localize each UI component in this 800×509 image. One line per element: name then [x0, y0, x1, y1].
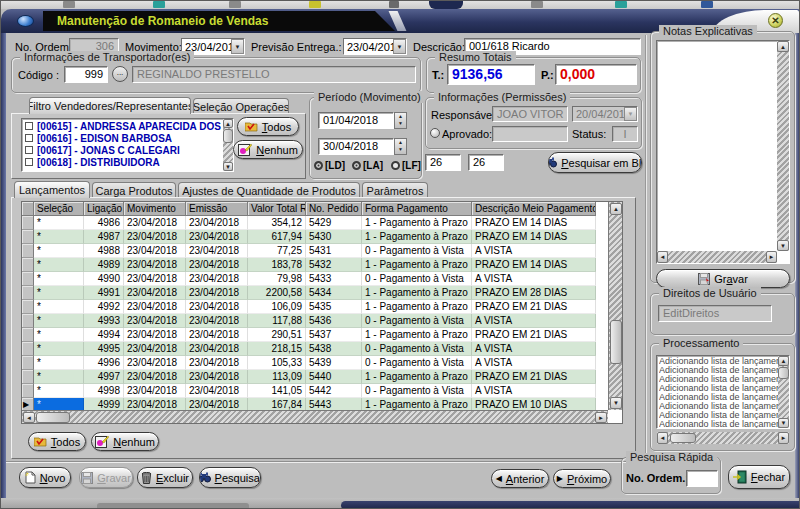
- cell-movimento[interactable]: 23/04/2018: [124, 356, 186, 370]
- checkbox[interactable]: [25, 134, 33, 142]
- flag-toggle[interactable]: [LF]: [391, 160, 421, 171]
- cell-movimento[interactable]: 23/04/2018: [124, 230, 186, 244]
- table-row[interactable]: *499723/04/201823/04/2018113,0954401 - P…: [22, 370, 608, 384]
- cell-forma[interactable]: 0 - Pagamento à Vista: [362, 314, 472, 328]
- list-item[interactable]: [00618] - DISTRIBUIDORA: [23, 156, 232, 168]
- cell-descricao[interactable]: PRAZO EM 21 DIAS: [472, 328, 596, 342]
- processamento-horizontal-scrollbar[interactable]: ◄ ►: [657, 432, 789, 444]
- excluir-button[interactable]: Excluir: [137, 467, 193, 488]
- cell-selecao[interactable]: *: [34, 286, 84, 300]
- cell-emissao[interactable]: 23/04/2018: [186, 370, 248, 384]
- cell-descricao[interactable]: PRAZO EM 21 DIAS: [472, 300, 596, 314]
- processamento-listbox[interactable]: Adicionando lista de lançamentAdicionand…: [656, 355, 790, 429]
- cell-pedido[interactable]: 5432: [306, 258, 362, 272]
- column-header[interactable]: Descrição Meio Pagamento: [472, 202, 596, 216]
- cell-descricao[interactable]: A VISTA: [472, 384, 596, 398]
- cell-ligacao[interactable]: 4991: [84, 286, 124, 300]
- table-row[interactable]: *499023/04/201823/04/201879,9854330 - Pa…: [22, 272, 608, 286]
- cell-selecao[interactable]: *: [34, 384, 84, 398]
- table-row[interactable]: *498623/04/201823/04/2018354,1254291 - P…: [22, 216, 608, 230]
- cell-emissao[interactable]: 23/04/2018: [186, 216, 248, 230]
- scroll-left-icon[interactable]: ◄: [23, 412, 35, 423]
- chevron-down-icon[interactable]: ▼: [231, 39, 244, 54]
- scroll-left-icon[interactable]: ◄: [657, 432, 668, 444]
- column-header[interactable]: Emissão: [186, 202, 248, 216]
- cell-valor[interactable]: 617,94: [248, 230, 306, 244]
- cell-descricao[interactable]: A VISTA: [472, 272, 596, 286]
- list-item[interactable]: [00617] - JONAS C CALEGARI: [23, 144, 232, 156]
- cell-valor[interactable]: 354,12: [248, 216, 306, 230]
- cell-ligacao[interactable]: 4986: [84, 216, 124, 230]
- notas-vertical-scrollbar[interactable]: ▲ ▼: [777, 41, 789, 251]
- cell-valor[interactable]: 117,88: [248, 314, 306, 328]
- cell-selecao[interactable]: *: [34, 342, 84, 356]
- cell-selecao[interactable]: *: [34, 370, 84, 384]
- table-row[interactable]: *499623/04/201823/04/2018105,3354390 - P…: [22, 356, 608, 370]
- column-header[interactable]: Forma Pagamento: [362, 202, 472, 216]
- cell-forma[interactable]: 0 - Pagamento à Vista: [362, 356, 472, 370]
- cell-selecao[interactable]: *: [34, 356, 84, 370]
- cell-valor[interactable]: 105,33: [248, 356, 306, 370]
- cell-forma[interactable]: 1 - Pagamento à Prazo: [362, 216, 472, 230]
- cell-selecao[interactable]: *: [34, 230, 84, 244]
- cell-ligacao[interactable]: 4995: [84, 342, 124, 356]
- cell-pedido[interactable]: 5437: [306, 328, 362, 342]
- cell-pedido[interactable]: 5435: [306, 300, 362, 314]
- cell-movimento[interactable]: 23/04/2018: [124, 216, 186, 230]
- cell-valor[interactable]: 79,98: [248, 272, 306, 286]
- pesquisar-bd-button[interactable]: Pesquisar em BD: [548, 152, 642, 173]
- cell-ligacao[interactable]: 4999: [84, 398, 124, 410]
- cell-descricao[interactable]: PRAZO EM 14 DIAS: [472, 258, 596, 272]
- cell-selecao[interactable]: *: [34, 300, 84, 314]
- cell-ligacao[interactable]: 4990: [84, 272, 124, 286]
- cell-forma[interactable]: 0 - Pagamento à Vista: [362, 342, 472, 356]
- table-row[interactable]: *499323/04/201823/04/2018117,8854360 - P…: [22, 314, 608, 328]
- grid-vertical-scrollbar[interactable]: ▲ ▼: [608, 202, 622, 410]
- scroll-up-icon[interactable]: ▲: [778, 356, 789, 366]
- column-header[interactable]: Seleção: [34, 202, 84, 216]
- tab-lancamentos[interactable]: Lançamentos: [14, 181, 90, 198]
- vendedores-listbox[interactable]: [00615] - ANDRESSA APARECIDA DOS SA[0061…: [21, 118, 234, 172]
- column-header[interactable]: Ligação: [84, 202, 124, 216]
- cell-pedido[interactable]: 5443: [306, 398, 362, 410]
- cell-movimento[interactable]: 23/04/2018: [124, 300, 186, 314]
- table-row[interactable]: *499523/04/201823/04/2018218,1554380 - P…: [22, 342, 608, 356]
- aprovado-radio[interactable]: [430, 128, 440, 138]
- cell-movimento[interactable]: 23/04/2018: [124, 272, 186, 286]
- cell-ligacao[interactable]: 4998: [84, 384, 124, 398]
- cell-emissao[interactable]: 23/04/2018: [186, 314, 248, 328]
- cell-forma[interactable]: 1 - Pagamento à Prazo: [362, 286, 472, 300]
- cell-emissao[interactable]: 23/04/2018: [186, 356, 248, 370]
- cell-ligacao[interactable]: 4993: [84, 314, 124, 328]
- cell-emissao[interactable]: 23/04/2018: [186, 272, 248, 286]
- checkbox[interactable]: [25, 146, 33, 154]
- chevron-down-icon[interactable]: ▼: [393, 39, 406, 54]
- cell-forma[interactable]: 1 - Pagamento à Prazo: [362, 370, 472, 384]
- notas-gravar-button[interactable]: Gravar: [656, 269, 790, 288]
- cell-pedido[interactable]: 5440: [306, 370, 362, 384]
- cell-descricao[interactable]: A VISTA: [472, 356, 596, 370]
- cell-selecao[interactable]: *: [34, 398, 84, 410]
- cell-descricao[interactable]: PRAZO EM 14 DIAS: [472, 216, 596, 230]
- cell-descricao[interactable]: A VISTA: [472, 244, 596, 258]
- cell-valor[interactable]: 141,05: [248, 384, 306, 398]
- cell-descricao[interactable]: PRAZO EM 21 DIAS: [472, 370, 596, 384]
- cell-pedido[interactable]: 5429: [306, 216, 362, 230]
- cell-selecao[interactable]: *: [34, 216, 84, 230]
- grid-todos-button[interactable]: Todos: [28, 432, 86, 451]
- tab-carga-produtos[interactable]: Carga Produtos: [92, 182, 176, 198]
- contador-2-input[interactable]: 26: [468, 154, 504, 171]
- cell-forma[interactable]: 1 - Pagamento à Prazo: [362, 258, 472, 272]
- cell-valor[interactable]: 290,51: [248, 328, 306, 342]
- cell-forma[interactable]: 1 - Pagamento à Prazo: [362, 328, 472, 342]
- table-row[interactable]: *499423/04/201823/04/2018290,5154371 - P…: [22, 328, 608, 342]
- scrollbar-thumb[interactable]: [223, 129, 233, 143]
- checked-radio-icon[interactable]: [352, 161, 361, 170]
- data-inicial-spinner[interactable]: ▲▼: [394, 112, 407, 129]
- cell-forma[interactable]: 0 - Pagamento à Vista: [362, 244, 472, 258]
- cell-ligacao[interactable]: 4989: [84, 258, 124, 272]
- cell-ligacao[interactable]: 4996: [84, 356, 124, 370]
- cell-movimento[interactable]: 23/04/2018: [124, 342, 186, 356]
- cell-forma[interactable]: 1 - Pagamento à Prazo: [362, 230, 472, 244]
- todos-button[interactable]: Todos: [237, 117, 299, 136]
